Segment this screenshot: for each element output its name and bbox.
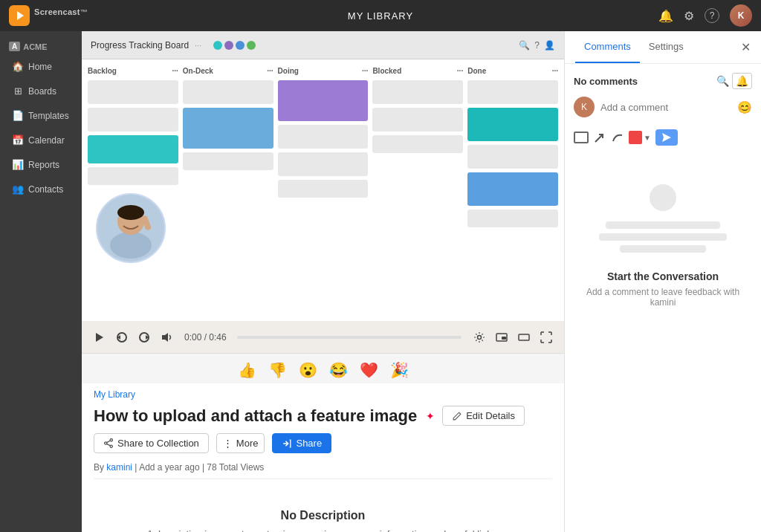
share-button[interactable]: Share [272, 433, 331, 453]
dot-blue [236, 41, 245, 50]
sidebar-item-templates[interactable]: 📄 Templates [3, 104, 79, 127]
notifications-button[interactable]: 🔔 [732, 73, 752, 89]
color-picker[interactable]: ▼ [629, 131, 651, 144]
right-panel: Comments Settings ✕ No comments 🔍 🔔 K 😊 [564, 31, 761, 532]
sidebar-item-reports[interactable]: 📊 Reports [3, 153, 79, 176]
kanban-col-done: Done··· [467, 65, 558, 315]
bell-icon[interactable]: 🔔 [658, 9, 673, 23]
svg-marker-9 [162, 333, 168, 342]
curve-tool[interactable] [611, 131, 624, 144]
kanban-col-blocked: Blocked··· [372, 65, 463, 315]
logo-area: Screencast™ [9, 5, 88, 26]
gear-icon[interactable]: ⚙ [684, 9, 694, 23]
commenter-avatar: K [574, 97, 595, 117]
time-display: 0:00 / 0:46 [184, 332, 227, 343]
below-video: My Library How to upload and attach a fe… [82, 383, 564, 532]
placeholder-line [620, 245, 705, 253]
preview-search: 🔍 ? 👤 [519, 40, 555, 51]
kanban-card [88, 167, 178, 185]
more-button[interactable]: ⋮ More [216, 433, 265, 453]
fast-forward-button[interactable] [137, 330, 152, 345]
kanban-card-purple [278, 80, 369, 121]
emoji-heart[interactable]: ❤️ [357, 360, 381, 380]
kanban-card [88, 80, 178, 104]
kanban-card-teal-dark [467, 108, 558, 141]
kanban-card-teal [88, 135, 178, 163]
emoji-thumbsup[interactable]: 👍 [235, 360, 259, 380]
conversation-text: Add a comment to leave feedback with kam… [586, 287, 740, 308]
kanban-card-blue [183, 108, 273, 149]
preview-dots [213, 41, 256, 50]
search-comments-button[interactable]: 🔍 [716, 73, 729, 89]
svg-line-17 [107, 441, 111, 443]
svg-point-15 [110, 438, 112, 441]
sidebar-item-boards[interactable]: ⊞ Boards [3, 80, 79, 103]
nav-title: MY LIBRARY [348, 10, 413, 22]
theater-mode-button[interactable] [516, 330, 531, 345]
video-controls: 0:00 / 0:46 [82, 321, 564, 354]
rewind-button[interactable] [114, 330, 129, 345]
panel-header: Comments Settings ✕ [565, 31, 761, 64]
desc-title: No Description [106, 509, 540, 522]
send-comment-button[interactable] [655, 129, 678, 146]
author-link[interactable]: kamini [106, 462, 132, 473]
play-button[interactable] [92, 330, 107, 345]
close-panel-button[interactable]: ✕ [741, 40, 751, 54]
placeholder-line [606, 221, 720, 229]
sidebar-item-home[interactable]: 🏠 Home [3, 55, 79, 78]
volume-button[interactable] [159, 330, 174, 345]
tab-comments[interactable]: Comments [575, 31, 640, 63]
dot-teal [213, 41, 222, 50]
arrow-tool[interactable] [593, 131, 606, 144]
kanban-card [372, 135, 463, 153]
svg-point-4 [117, 205, 144, 220]
video-title-row: How to upload and attach a feature image… [94, 403, 552, 459]
progress-bar[interactable] [237, 336, 462, 339]
conversation-prompt: Start the Conversation Add a comment to … [574, 265, 752, 314]
edit-details-button[interactable]: Edit Details [442, 406, 525, 426]
avatar[interactable]: K [730, 4, 752, 27]
desc-section: No Description A description is a great … [94, 479, 552, 532]
sidebar-item-contacts[interactable]: 👥 Contacts [3, 178, 79, 201]
start-conversation: Start the Conversation Add a comment to … [574, 169, 752, 314]
tab-settings[interactable]: Settings [640, 31, 693, 63]
no-comments-text: No comments [574, 76, 710, 87]
emoji-surprised[interactable]: 😮 [296, 360, 320, 380]
kanban-card [467, 145, 558, 169]
emoji-picker-icon[interactable]: 😊 [737, 100, 752, 114]
screencast-preview: Progress Tracking Board ··· 🔍 ? 👤 [82, 31, 564, 321]
logo-icon [9, 5, 30, 26]
presenter-avatar [94, 191, 168, 265]
emoji-thumbsdown[interactable]: 👎 [265, 360, 290, 380]
picture-in-picture-button[interactable] [494, 330, 509, 345]
emoji-party[interactable]: 🎉 [387, 360, 412, 380]
placeholder-line [599, 233, 728, 241]
kanban-card [278, 125, 369, 149]
settings-button[interactable] [472, 330, 487, 345]
help-icon[interactable]: ? [705, 8, 719, 23]
fullscreen-button[interactable] [539, 330, 554, 345]
breadcrumb[interactable]: My Library [94, 383, 135, 403]
placeholder-avatar-icon [650, 184, 676, 211]
comment-icons: 🔍 🔔 [716, 73, 752, 89]
svg-point-16 [110, 445, 112, 447]
add-comment-input[interactable] [600, 102, 731, 113]
user-preview-icon: 👤 [544, 40, 555, 51]
svg-rect-12 [502, 337, 506, 340]
svg-point-10 [478, 335, 482, 339]
kanban-card [372, 80, 463, 104]
kanban-col-ondeck: On-Deck··· [183, 65, 273, 315]
svg-point-2 [110, 232, 152, 259]
svg-point-14 [105, 441, 107, 444]
home-icon: 🏠 [12, 61, 24, 72]
dot-purple [224, 41, 233, 50]
sidebar: A ACME 🏠 Home ⊞ Boards 📄 Templates 📅 Cal… [0, 31, 82, 532]
kanban-card [88, 108, 178, 132]
boards-icon: ⊞ [12, 85, 24, 97]
emoji-laugh[interactable]: 😂 [326, 360, 351, 380]
share-collection-button[interactable]: Share to Collection [94, 433, 209, 453]
rectangle-tool[interactable] [574, 132, 589, 143]
sidebar-item-calendar[interactable]: 📅 Calendar [3, 129, 79, 152]
comments-body: No comments 🔍 🔔 K 😊 [565, 64, 761, 532]
kanban-card [183, 80, 273, 104]
